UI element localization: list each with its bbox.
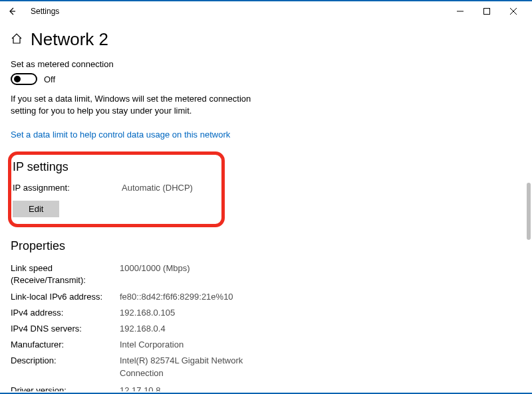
ip-assignment-label: IP assignment: [13, 182, 122, 194]
maximize-button[interactable] [480, 5, 493, 18]
property-value: 1000/1000 (Mbps) [120, 262, 253, 286]
arrow-left-icon [7, 7, 17, 16]
property-value: Intel(R) 82574L Gigabit Network Connecti… [120, 355, 253, 379]
ip-assignment-value: Automatic (DHCP) [122, 182, 215, 194]
properties-section: Properties Link speed (Receive/Transmit)… [11, 239, 521, 391]
ip-settings-title: IP settings [13, 160, 215, 174]
property-value: 12.17.10.8 [120, 385, 253, 391]
property-label: IPv4 DNS servers: [11, 323, 120, 335]
edit-button[interactable]: Edit [13, 201, 59, 217]
ip-settings-highlight: IP settings IP assignment: Automatic (DH… [8, 151, 225, 227]
home-icon [11, 33, 23, 47]
property-row: IPv4 DNS servers: 192.168.0.4 [11, 323, 521, 335]
content-area: Network 2 Set as metered connection Off … [0, 21, 532, 391]
window-controls [454, 5, 529, 18]
property-row: Driver version: 12.17.10.8 [11, 385, 521, 391]
property-label: Link speed (Receive/Transmit): [11, 262, 120, 286]
maximize-icon [483, 8, 490, 15]
property-row: Link-local IPv6 address: fe80::8d42:f6f6… [11, 291, 521, 303]
property-label: Description: [11, 355, 120, 379]
metered-description: If you set a data limit, Windows will se… [11, 93, 277, 116]
property-row: Manufacturer: Intel Corporation [11, 339, 521, 351]
metered-toggle-state: Off [44, 74, 55, 84]
metered-toggle-row: Off [11, 73, 521, 85]
metered-connection-label: Set as metered connection [11, 59, 521, 69]
close-button[interactable] [507, 5, 520, 18]
property-value: 192.168.0.105 [120, 307, 253, 319]
close-icon [510, 8, 517, 15]
page-title: Network 2 [31, 29, 108, 50]
metered-toggle[interactable] [11, 73, 37, 85]
property-value: 192.168.0.4 [120, 323, 253, 335]
property-row: Link speed (Receive/Transmit): 1000/1000… [11, 262, 521, 286]
property-label: Manufacturer: [11, 339, 120, 351]
minimize-button[interactable] [454, 5, 467, 18]
property-label: Link-local IPv6 address: [11, 291, 120, 303]
property-value: Intel Corporation [120, 339, 253, 351]
property-value: fe80::8d42:f6f6:8299:21e%10 [120, 291, 253, 303]
property-row: Description: Intel(R) 82574L Gigabit Net… [11, 355, 521, 379]
property-row: IPv4 address: 192.168.0.105 [11, 307, 521, 319]
window-title: Settings [31, 7, 454, 16]
ip-assignment-row: IP assignment: Automatic (DHCP) [13, 182, 215, 194]
scrollbar-thumb[interactable] [527, 183, 531, 240]
page-header: Network 2 [11, 29, 521, 50]
back-button[interactable] [3, 2, 21, 21]
svg-rect-2 [484, 9, 490, 15]
minimize-icon [457, 8, 464, 15]
data-limit-link[interactable]: Set a data limit to help control data us… [11, 130, 230, 140]
toggle-knob [14, 76, 21, 82]
properties-title: Properties [11, 239, 521, 253]
title-bar: Settings [0, 1, 532, 21]
property-label: Driver version: [11, 385, 120, 391]
property-label: IPv4 address: [11, 307, 120, 319]
